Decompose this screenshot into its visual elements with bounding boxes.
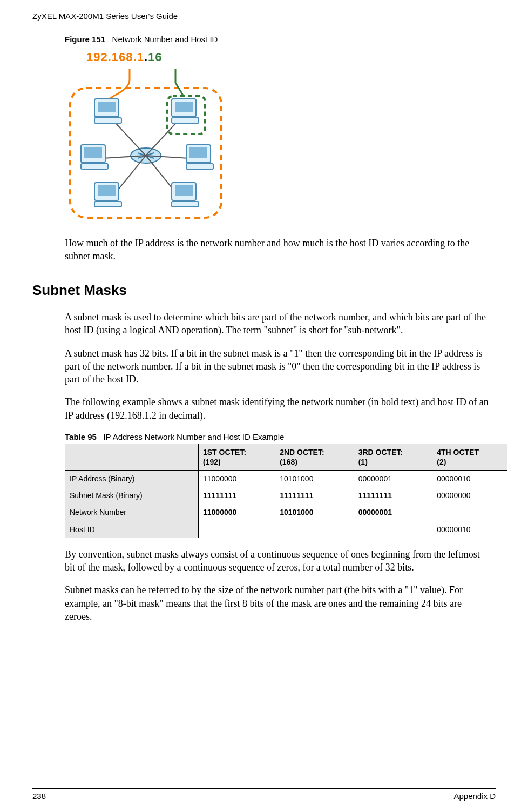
paragraph-3: A subnet mask has 32 bits. If a bit in t… <box>65 347 490 386</box>
ip-table: 1ST OCTET: (192) 2ND OCTET: (168) 3RD OC… <box>65 444 507 538</box>
cell <box>275 521 354 538</box>
table-title: IP Address Network Number and Host ID Ex… <box>103 432 284 441</box>
table-row: Subnet Mask (Binary) 11111111 11111111 1… <box>65 487 507 504</box>
ip-address-label: 192.168.1.16 <box>86 50 496 65</box>
svg-rect-22 <box>186 164 213 169</box>
row-label: Network Number <box>65 504 199 521</box>
cell: 00000001 <box>354 470 432 487</box>
svg-rect-24 <box>98 185 116 196</box>
cell: 00000001 <box>354 504 432 521</box>
paragraph-2: A subnet mask is used to determine which… <box>65 311 490 337</box>
cell <box>354 521 432 538</box>
ip-dot: . <box>144 50 148 64</box>
th-octet2: 2ND OCTET: (168) <box>275 444 354 470</box>
ip-host-part: 16 <box>148 50 162 64</box>
section-heading-subnet-masks: Subnet Masks <box>32 281 496 300</box>
cell: 10101000 <box>275 504 354 521</box>
svg-rect-19 <box>81 164 108 169</box>
table-row: IP Address (Binary) 11000000 10101000 00… <box>65 470 507 487</box>
cell: 00000000 <box>432 487 507 504</box>
cell: 11111111 <box>354 487 432 504</box>
paragraph-4: The following example shows a subnet mas… <box>65 395 490 422</box>
cell: 11000000 <box>199 470 275 487</box>
cell <box>432 504 507 521</box>
page-number: 238 <box>32 791 46 802</box>
row-label: Subnet Mask (Binary) <box>65 487 199 504</box>
doc-title: ZyXEL MAX-200M1 Series User's Guide <box>32 11 178 21</box>
table-label: Table 95 <box>65 432 97 441</box>
page: ZyXEL MAX-200M1 Series User's Guide Figu… <box>0 0 528 812</box>
cell: 00000010 <box>432 521 507 538</box>
row-label: Host ID <box>65 521 199 538</box>
svg-rect-15 <box>175 102 193 112</box>
ip-network-part: 192.168.1 <box>86 50 144 64</box>
figure-label: Figure 151 <box>65 35 105 44</box>
cell <box>199 521 275 538</box>
svg-rect-27 <box>175 185 193 196</box>
cell: 00000010 <box>432 470 507 487</box>
table-header-row: 1ST OCTET: (192) 2ND OCTET: (168) 3RD OC… <box>65 444 507 470</box>
cell: 11000000 <box>199 504 275 521</box>
svg-rect-25 <box>94 202 121 207</box>
table-row: Network Number 11000000 10101000 0000000… <box>65 504 507 521</box>
th-octet1: 1ST OCTET: (192) <box>199 444 275 470</box>
svg-rect-28 <box>172 202 199 207</box>
doc-header: ZyXEL MAX-200M1 Series User's Guide <box>32 11 496 24</box>
table-row: Host ID 00000010 <box>65 521 507 538</box>
svg-rect-13 <box>94 118 121 123</box>
cell: 11111111 <box>275 487 354 504</box>
network-diagram <box>65 66 227 223</box>
th-octet4: 4TH OCTET (2) <box>432 444 507 470</box>
paragraph-1: How much of the IP address is the networ… <box>65 237 490 263</box>
page-footer: 238 Appendix D <box>32 788 496 802</box>
svg-rect-21 <box>189 147 207 158</box>
svg-rect-16 <box>172 118 199 123</box>
paragraph-6: Subnet masks can be referred to by the s… <box>65 583 490 623</box>
cell: 11111111 <box>199 487 275 504</box>
figure-box: 192.168.1.16 <box>65 50 496 223</box>
svg-rect-12 <box>98 102 116 112</box>
th-octet3: 3RD OCTET: (1) <box>354 444 432 470</box>
paragraph-5: By convention, subnet masks always consi… <box>65 548 490 574</box>
svg-rect-18 <box>84 147 102 158</box>
row-label: IP Address (Binary) <box>65 470 199 487</box>
th-blank <box>65 444 199 470</box>
figure-caption: Figure 151 Network Number and Host ID <box>65 34 496 45</box>
cell: 10101000 <box>275 470 354 487</box>
table-caption: Table 95 IP Address Network Number and H… <box>65 432 496 442</box>
section-name: Appendix D <box>453 791 496 802</box>
figure-title: Network Number and Host ID <box>112 35 218 44</box>
